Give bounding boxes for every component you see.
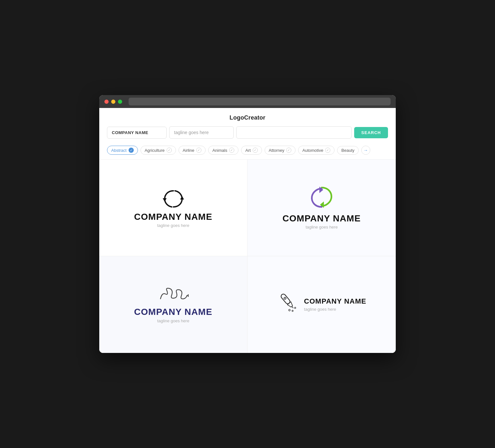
check-icon-art	[253, 148, 258, 153]
check-icon-abstract: ✓	[129, 148, 134, 153]
check-icon-attorney	[286, 148, 291, 153]
check-icon-airline	[196, 148, 201, 153]
svg-point-10	[288, 309, 291, 311]
company-name-input[interactable]	[107, 127, 167, 139]
filter-bar: Abstract ✓ Agriculture Airline Animals A…	[99, 144, 396, 159]
logo-3-company: COMPANY NAME	[134, 307, 212, 317]
minimize-button[interactable]	[111, 100, 115, 104]
filter-chip-beauty[interactable]: Beauty	[337, 146, 358, 155]
filter-chip-abstract[interactable]: Abstract ✓	[107, 146, 138, 155]
filter-label-agriculture: Agriculture	[145, 148, 165, 153]
filter-chip-agriculture[interactable]: Agriculture	[141, 146, 176, 155]
filter-chip-airline[interactable]: Airline	[179, 146, 206, 155]
logo-1-company: COMPANY NAME	[134, 212, 212, 222]
logo-icon-coil	[157, 286, 189, 302]
keyword-input[interactable]	[236, 126, 352, 139]
filter-label-airline: Airline	[183, 148, 194, 153]
filter-chip-animals[interactable]: Animals	[208, 146, 238, 155]
logo-2-tagline: tagline goes here	[306, 225, 338, 229]
filter-label-beauty: Beauty	[341, 148, 354, 153]
svg-point-9	[284, 297, 286, 299]
maximize-button[interactable]	[118, 100, 122, 104]
logo-4-text-group: COMPANY NAME tagline goes here	[304, 297, 366, 311]
search-bar: SEARCH	[99, 126, 396, 144]
check-icon-agriculture	[167, 148, 172, 153]
filter-label-animals: Animals	[212, 148, 227, 153]
svg-point-12	[294, 307, 296, 309]
logo-4-tagline: tagline goes here	[304, 307, 366, 312]
logo-card-2[interactable]: COMPANY NAME tagline goes here	[248, 160, 396, 256]
logo-3-tagline: tagline goes here	[157, 318, 189, 323]
filter-chip-art[interactable]: Art	[241, 146, 262, 155]
filter-label-automotive: Automotive	[302, 148, 323, 153]
search-button[interactable]: SEARCH	[354, 127, 388, 138]
filter-label-attorney: Attorney	[269, 148, 284, 153]
app-title: LogoCreator	[99, 108, 396, 126]
logo-1-tagline: tagline goes here	[157, 223, 189, 228]
filter-next-button[interactable]: →	[361, 146, 370, 155]
browser-titlebar	[99, 95, 396, 108]
logo-card-3[interactable]: COMPANY NAME tagline goes here	[99, 256, 248, 353]
logo-icon-refresh	[162, 188, 185, 207]
browser-window: LogoCreator SEARCH Abstract ✓ Agricultur…	[99, 95, 396, 353]
check-icon-animals	[229, 148, 234, 153]
svg-point-11	[292, 310, 294, 312]
tagline-input[interactable]	[169, 126, 234, 139]
app-container: LogoCreator SEARCH Abstract ✓ Agricultur…	[99, 108, 396, 353]
logo-icon-rocket	[277, 289, 299, 315]
filter-label-art: Art	[245, 148, 251, 153]
logo-4-company: COMPANY NAME	[304, 297, 366, 305]
logo-2-company: COMPANY NAME	[283, 214, 361, 224]
address-bar[interactable]	[129, 98, 391, 105]
filter-chip-automotive[interactable]: Automotive	[298, 146, 335, 155]
filter-chip-attorney[interactable]: Attorney	[265, 146, 296, 155]
logo-card-1[interactable]: COMPANY NAME tagline goes here	[99, 160, 248, 256]
filter-label-abstract: Abstract	[111, 148, 127, 153]
svg-line-8	[292, 307, 293, 308]
check-icon-automotive	[325, 148, 330, 153]
logo-icon-swirl	[310, 186, 333, 209]
close-button[interactable]	[104, 100, 109, 104]
logo-grid: COMPANY NAME tagline goes here COMPANY N…	[99, 159, 396, 353]
logo-card-4[interactable]: COMPANY NAME tagline goes here	[248, 256, 396, 353]
